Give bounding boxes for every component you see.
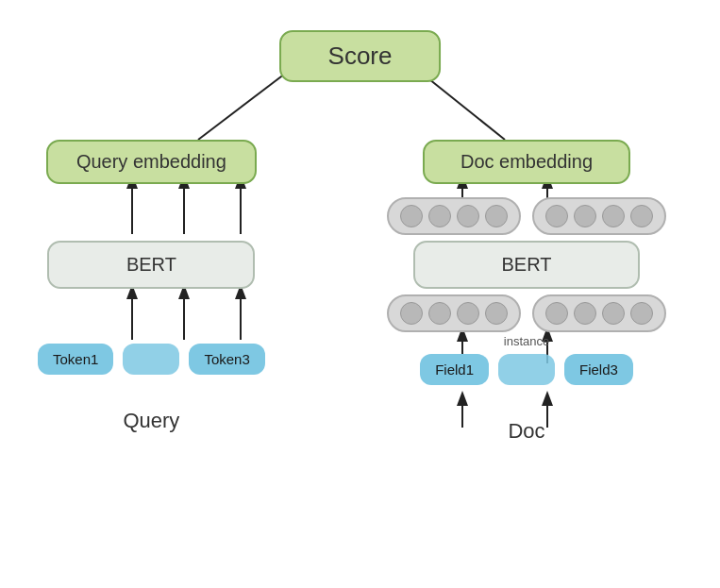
doc-column-label: Doc: [508, 419, 544, 444]
circle: [485, 205, 508, 227]
query-token-1: Token1: [38, 344, 113, 375]
instance-label: instance: [387, 334, 666, 348]
query-embedding-box: Query embedding: [46, 140, 257, 184]
score-box: Score: [279, 30, 442, 82]
doc-top-circles-row: [387, 197, 666, 235]
query-token-2: [123, 344, 179, 375]
doc-bottom-circles-container: instance: [387, 294, 666, 348]
query-column: Query embedding BERT Token1 Token3 Query: [38, 140, 265, 433]
circle: [574, 302, 596, 325]
doc-embedding-box: Doc embedding: [423, 140, 630, 184]
circle: [574, 205, 596, 227]
circle: [457, 302, 479, 325]
circle: [400, 205, 423, 227]
score-label: Score: [328, 42, 393, 70]
diagram: Score Query embedding BERT Token1 Token3…: [0, 0, 720, 588]
doc-field-2: [498, 354, 555, 385]
svg-line-0: [198, 68, 293, 140]
circle: [630, 205, 653, 227]
doc-field-3: Field3: [564, 354, 633, 385]
circle: [457, 205, 479, 227]
doc-circle-group-bottom-right: [532, 294, 666, 332]
doc-bert-box: BERT: [413, 241, 640, 289]
query-token-row: Token1 Token3: [38, 344, 265, 375]
circle: [400, 302, 423, 325]
doc-bert-label: BERT: [502, 254, 552, 275]
circle: [545, 302, 568, 325]
circle: [630, 302, 653, 325]
query-bert-label: BERT: [126, 254, 176, 275]
doc-circle-group-top-left: [387, 197, 521, 235]
circle: [485, 302, 508, 325]
doc-bottom-circles-row: [387, 294, 666, 332]
query-column-label: Query: [123, 409, 179, 433]
circle: [428, 205, 451, 227]
query-embedding-label: Query embedding: [76, 151, 226, 172]
doc-field-row: Field1 Field3: [420, 354, 633, 385]
circle: [545, 205, 568, 227]
query-token-3: Token3: [189, 344, 264, 375]
circle: [602, 302, 625, 325]
doc-embedding-label: Doc embedding: [460, 151, 593, 172]
doc-circle-group-top-right: [532, 197, 666, 235]
doc-field-1: Field1: [420, 354, 489, 385]
query-bert-box: BERT: [47, 241, 255, 289]
doc-circle-group-bottom-left: [387, 294, 521, 332]
doc-column: Doc embedding BERT: [387, 140, 666, 444]
circle: [428, 302, 451, 325]
circle: [602, 205, 625, 227]
